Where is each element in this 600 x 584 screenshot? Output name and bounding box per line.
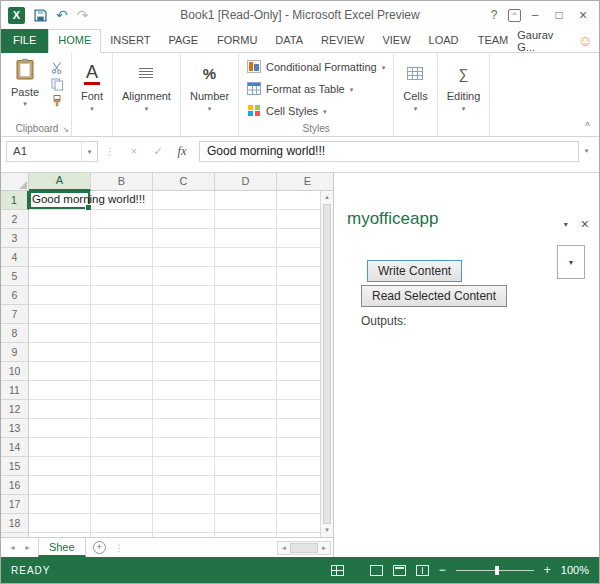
cell-A8[interactable]	[29, 324, 91, 343]
cell-D18[interactable]	[215, 514, 277, 533]
vertical-scroll-thumb[interactable]	[323, 204, 331, 524]
formula-bar-expand-icon[interactable]: ▾	[579, 147, 594, 155]
row-header-18[interactable]: 18	[1, 514, 29, 533]
cell-D7[interactable]	[215, 305, 277, 324]
row-header-19[interactable]: 19	[1, 533, 29, 537]
row-header-3[interactable]: 3	[1, 229, 29, 248]
cell-A9[interactable]	[29, 343, 91, 362]
cell-B6[interactable]	[91, 286, 153, 305]
cell-C9[interactable]	[153, 343, 215, 362]
cell-C1[interactable]	[153, 191, 215, 210]
maximize-icon[interactable]: □	[549, 8, 569, 22]
row-header-13[interactable]: 13	[1, 419, 29, 438]
cell-B11[interactable]	[91, 381, 153, 400]
cell-A1[interactable]: Good morning world!!!	[29, 191, 91, 210]
page-layout-view-icon[interactable]	[393, 565, 406, 576]
cell-B12[interactable]	[91, 400, 153, 419]
sheet-nav-left-icon[interactable]: ◄	[5, 544, 20, 551]
cell-A6[interactable]	[29, 286, 91, 305]
cell-C19[interactable]	[153, 533, 215, 537]
cell-C6[interactable]	[153, 286, 215, 305]
name-box-dropdown-icon[interactable]: ▾	[81, 142, 97, 161]
row-header-17[interactable]: 17	[1, 495, 29, 514]
tab-review[interactable]: REVIEW	[312, 29, 373, 53]
cell-D4[interactable]	[215, 248, 277, 267]
row-header-7[interactable]: 7	[1, 305, 29, 324]
help-icon[interactable]: ?	[484, 8, 504, 22]
cell-A4[interactable]	[29, 248, 91, 267]
zoom-slider[interactable]	[456, 570, 534, 571]
cell-A16[interactable]	[29, 476, 91, 495]
copy-icon[interactable]	[49, 77, 65, 92]
cell-C11[interactable]	[153, 381, 215, 400]
cell-D13[interactable]	[215, 419, 277, 438]
font-button[interactable]: A Font ▾	[72, 53, 112, 136]
tab-insert[interactable]: INSERT	[101, 29, 159, 53]
row-header-11[interactable]: 11	[1, 381, 29, 400]
cell-A12[interactable]	[29, 400, 91, 419]
cell-C13[interactable]	[153, 419, 215, 438]
cell-C3[interactable]	[153, 229, 215, 248]
cell-C8[interactable]	[153, 324, 215, 343]
tab-team[interactable]: TEAM	[469, 29, 518, 53]
user-name[interactable]: Gaurav G...	[517, 29, 571, 53]
row-header-5[interactable]: 5	[1, 267, 29, 286]
collapse-ribbon-icon[interactable]: ^	[585, 121, 590, 132]
horizontal-scroll-thumb[interactable]	[290, 543, 318, 553]
cell-B3[interactable]	[91, 229, 153, 248]
cell-A18[interactable]	[29, 514, 91, 533]
tab-view[interactable]: VIEW	[373, 29, 419, 53]
close-icon[interactable]: ×	[573, 7, 593, 23]
tab-file[interactable]: FILE	[1, 29, 48, 53]
macro-record-icon[interactable]	[331, 565, 344, 576]
cell-D1[interactable]	[215, 191, 277, 210]
format-as-table-button[interactable]: Format as Table ▾	[247, 79, 385, 99]
cell-B16[interactable]	[91, 476, 153, 495]
cell-B9[interactable]	[91, 343, 153, 362]
cell-D19[interactable]	[215, 533, 277, 537]
cell-B17[interactable]	[91, 495, 153, 514]
tab-data[interactable]: DATA	[266, 29, 312, 53]
cell-C12[interactable]	[153, 400, 215, 419]
cells-button[interactable]: Cells ▾	[394, 53, 436, 136]
cell-D14[interactable]	[215, 438, 277, 457]
paste-button[interactable]: Paste ▾	[3, 53, 47, 121]
pane-close-icon[interactable]: ×	[581, 217, 589, 231]
normal-view-icon[interactable]	[370, 565, 383, 576]
zoom-slider-thumb[interactable]	[495, 566, 499, 575]
cut-icon[interactable]	[49, 60, 65, 75]
select-all-corner[interactable]	[1, 173, 29, 191]
tab-page-l[interactable]: PAGE L	[159, 29, 208, 53]
insert-function-icon[interactable]: fx	[170, 144, 194, 159]
cell-C18[interactable]	[153, 514, 215, 533]
row-header-1[interactable]: 1	[1, 191, 29, 210]
scroll-right-icon[interactable]: ►	[318, 545, 330, 551]
column-header-C[interactable]: C	[153, 173, 215, 191]
cell-C10[interactable]	[153, 362, 215, 381]
cell-C5[interactable]	[153, 267, 215, 286]
cell-B14[interactable]	[91, 438, 153, 457]
page-break-view-icon[interactable]	[416, 565, 429, 576]
cell-A11[interactable]	[29, 381, 91, 400]
cell-D12[interactable]	[215, 400, 277, 419]
horizontal-scrollbar[interactable]: ◄ ►	[277, 541, 331, 555]
scroll-down-icon[interactable]: ▼	[321, 524, 333, 537]
tab-home[interactable]: HOME	[48, 29, 101, 53]
write-content-button[interactable]: Write Content	[367, 260, 462, 282]
cell-B19[interactable]	[91, 533, 153, 537]
cell-C14[interactable]	[153, 438, 215, 457]
cell-C16[interactable]	[153, 476, 215, 495]
cell-A2[interactable]	[29, 210, 91, 229]
add-sheet-button[interactable]: +	[93, 541, 106, 554]
cell-D11[interactable]	[215, 381, 277, 400]
feedback-smiley-icon[interactable]: ☺	[578, 33, 593, 48]
cell-B13[interactable]	[91, 419, 153, 438]
number-button[interactable]: % Number ▾	[181, 53, 238, 136]
cell-A7[interactable]	[29, 305, 91, 324]
cell-A3[interactable]	[29, 229, 91, 248]
row-header-4[interactable]: 4	[1, 248, 29, 267]
cell-A13[interactable]	[29, 419, 91, 438]
row-header-9[interactable]: 9	[1, 343, 29, 362]
read-selected-content-button[interactable]: Read Selected Content	[361, 285, 507, 307]
cell-C7[interactable]	[153, 305, 215, 324]
